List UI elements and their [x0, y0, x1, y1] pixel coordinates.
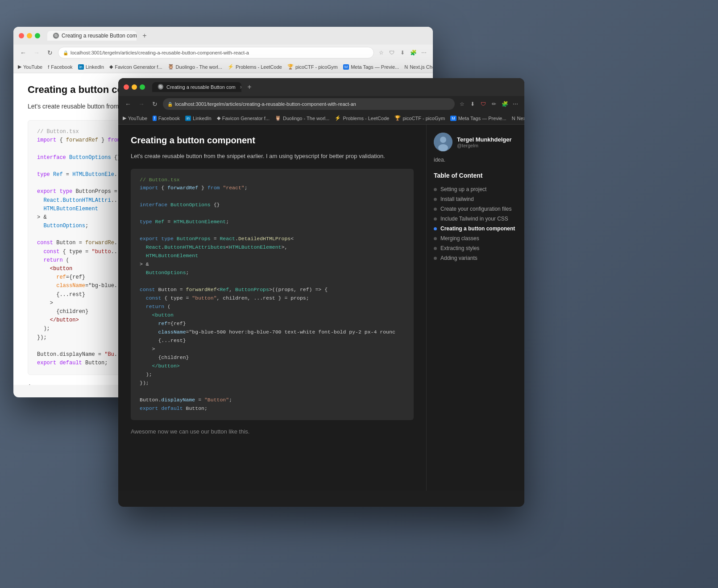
author-info: Tergel Munkhdelger @tergelm	[457, 136, 512, 148]
maximize-button-front[interactable]	[140, 84, 145, 90]
svg-point-2	[438, 144, 448, 151]
bookmark-duolingo-front[interactable]: 🦉Duolingo - The worl...	[275, 115, 329, 121]
back-button-back[interactable]: ←	[18, 47, 29, 58]
shield-icon-back[interactable]: 🛡	[387, 48, 396, 57]
toc-dot-tailwind	[434, 198, 437, 201]
bookmark-linkedin-back[interactable]: inLinkedIn	[78, 64, 104, 70]
toc-label-tailwind: Install tailwind	[440, 196, 474, 202]
toc-label-extracting: Extracting styles	[440, 245, 479, 251]
bookmark-favicon-front[interactable]: ◆Favicon Generator f...	[217, 115, 270, 121]
titlebar-back: 🔘 Creating a reusable Button com ✕ +	[13, 27, 433, 45]
close-button[interactable]	[19, 33, 24, 38]
bookmark-favicon-back[interactable]: ◆Favicon Generator f...	[109, 64, 162, 70]
minimize-button[interactable]	[27, 33, 32, 38]
toolbar-back: ← → ↻ 🔒 localhost:3001/tergelm/articles/…	[13, 45, 433, 61]
bookmark-linkedin-front[interactable]: inLinkedIn	[185, 116, 212, 121]
author-name: Tergel Munkhdelger	[457, 136, 512, 143]
bookmark-facebook-back[interactable]: fFacebook	[48, 64, 72, 70]
tab-label-front: Creating a reusable Button com	[166, 84, 236, 90]
address-bar-front[interactable]: 🔒 localhost:3001/tergelm/articles/creati…	[163, 98, 455, 110]
article-main: Creating a button component Let's create…	[118, 125, 426, 491]
bookmark-meta-back[interactable]: MMeta Tags — Previe...	[343, 64, 399, 70]
toc-label-creating: Creating a button component	[440, 225, 515, 232]
toc-dot-setup	[434, 188, 437, 191]
toc-dot-variants	[434, 257, 437, 260]
address-bar-back[interactable]: 🔒 localhost:3001/tergelm/articles/creati…	[58, 47, 374, 58]
menu-icon-back[interactable]: ⋯	[419, 48, 428, 57]
menu-icon-front[interactable]: ⋯	[511, 100, 520, 108]
toc-item-merging[interactable]: Merging classes	[434, 234, 517, 243]
code-comment-1-back: // Button.tsx	[37, 129, 79, 135]
edit-icon-front[interactable]: ✏	[490, 100, 498, 108]
toc-label-config: Create your configuration files	[440, 206, 511, 212]
refresh-button-front[interactable]: ↻	[149, 99, 160, 109]
code-comment-front: // Button.tsx	[140, 177, 180, 183]
refresh-button-back[interactable]: ↻	[45, 47, 55, 58]
address-text-back: localhost:3001/tergelm/articles/creating…	[71, 50, 249, 55]
traffic-lights-back	[19, 33, 40, 38]
bookmark-youtube-back[interactable]: ▶YouTube	[18, 64, 42, 70]
download-icon-front[interactable]: ⬇	[468, 100, 477, 108]
toc-item-creating[interactable]: Creating a button component	[434, 224, 517, 234]
download-icon-back[interactable]: ⬇	[398, 48, 407, 57]
bookmark-nextjs-front[interactable]: NNext.js Cheatsheet	[512, 116, 524, 121]
toc-label-variants: Adding variants	[440, 255, 477, 261]
bookmark-meta-front[interactable]: MMeta Tags — Previe...	[450, 116, 506, 121]
bookmark-pico-back[interactable]: 🏆picoCTF - picoGym	[287, 64, 338, 70]
bookmark-leet-back[interactable]: ⚡Problems - LeetCode	[228, 64, 282, 70]
forward-button-front[interactable]: →	[136, 99, 147, 109]
minimize-button-front[interactable]	[132, 84, 137, 90]
bookmark-nextjs-back[interactable]: NNext.js Cheatsheet	[404, 64, 433, 70]
idea-text: idea.	[434, 157, 517, 163]
bookmark-pico-front[interactable]: 🏆picoCTF - picoGym	[394, 115, 445, 121]
sidebar-front: Tergel Munkhdelger @tergelm idea. Table …	[426, 125, 524, 491]
browser-window-front: 🔘 Creating a reusable Button com ✕ + ← →…	[118, 78, 524, 507]
bookmark-leet-front[interactable]: ⚡Problems - LeetCode	[335, 115, 389, 121]
author-handle: @tergelm	[457, 143, 512, 148]
shield-icon-front[interactable]: 🛡	[479, 100, 488, 108]
security-icon-front: 🔒	[167, 102, 173, 107]
new-tab-button-front[interactable]: +	[243, 81, 256, 93]
bookmark-star-front[interactable]: ☆	[457, 100, 466, 108]
bookmark-youtube-front[interactable]: ▶YouTube	[123, 115, 147, 121]
page-description-front: Let's create reusable button from the sn…	[131, 152, 414, 161]
code-block-front: // Button.tsx import { forwardRef } from…	[131, 169, 414, 420]
tab-bar-back: 🔘 Creating a reusable Button com ✕ +	[47, 29, 427, 42]
tab-favicon-front: 🔘	[158, 84, 164, 90]
extensions-icon-back[interactable]: 🧩	[409, 48, 418, 57]
extensions-icon-front[interactable]: 🧩	[500, 100, 509, 108]
new-tab-button-back[interactable]: +	[138, 29, 151, 42]
toc-item-include[interactable]: Include Tailwind in your CSS	[434, 214, 517, 224]
tab-favicon-back: 🔘	[53, 33, 59, 39]
address-text-front: localhost:3001/tergelm/articles/creating…	[175, 101, 356, 107]
tab-label-back: Creating a reusable Button com	[62, 33, 137, 39]
back-button-front[interactable]: ←	[123, 99, 133, 109]
toc-dot-config	[434, 208, 437, 211]
maximize-button[interactable]	[35, 33, 40, 38]
toolbar-icons-front: ☆ ⬇ 🛡 ✏ 🧩 ⋯	[457, 100, 520, 108]
toc-item-tailwind[interactable]: Install tailwind	[434, 194, 517, 204]
page-heading-front: Creating a button component	[131, 135, 414, 146]
forward-button-back[interactable]: →	[31, 47, 42, 58]
active-tab-front[interactable]: 🔘 Creating a reusable Button com ✕	[152, 82, 241, 92]
active-tab-back[interactable]: 🔘 Creating a reusable Button com ✕	[47, 31, 137, 41]
toc-label-setup: Setting up a project	[440, 186, 486, 192]
close-button-front[interactable]	[124, 84, 129, 90]
tab-close-front[interactable]: ✕	[238, 84, 241, 90]
toc-dot-include	[434, 217, 437, 221]
toc-label-merging: Merging classes	[440, 235, 479, 242]
toc-item-variants[interactable]: Adding variants	[434, 253, 517, 263]
bookmark-facebook-front[interactable]: fFacebook	[153, 116, 180, 121]
svg-point-1	[440, 137, 446, 143]
security-icon-back: 🔒	[63, 50, 68, 55]
toolbar-icons-back: ☆ 🛡 ⬇ 🧩 ⋯	[377, 48, 428, 57]
avatar	[434, 133, 452, 151]
toc-item-extracting[interactable]: Extracting styles	[434, 243, 517, 253]
tab-bar-front: 🔘 Creating a reusable Button com ✕ +	[152, 81, 519, 93]
toc-title: Table of Content	[434, 172, 517, 179]
toc-item-setup[interactable]: Setting up a project	[434, 184, 517, 194]
toc-item-config[interactable]: Create your configuration files	[434, 204, 517, 214]
bookmark-duolingo-back[interactable]: 🦉Duolingo - The worl...	[168, 64, 222, 70]
bookmark-star-back[interactable]: ☆	[377, 48, 386, 57]
toc-label-include: Include Tailwind in your CSS	[440, 216, 508, 222]
